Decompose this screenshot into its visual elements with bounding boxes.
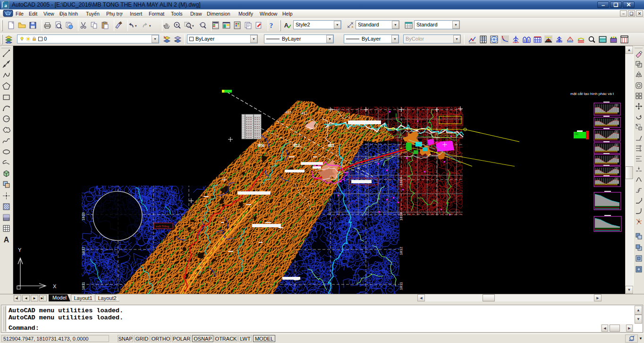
svg-text:mặt cắt tạo hình phác và t: mặt cắt tạo hình phác và t <box>570 92 614 96</box>
svg-text:?: ? <box>270 22 273 29</box>
svg-text:413: 413 <box>328 143 334 148</box>
svg-text:1811: 1811 <box>81 282 85 290</box>
svg-text:A: A <box>284 22 288 29</box>
svg-text:1814: 1814 <box>399 177 403 186</box>
svg-text:1813: 1813 <box>81 212 85 221</box>
svg-text:485: 485 <box>285 110 292 114</box>
svg-text:suối Trống: suối Trống <box>156 225 169 228</box>
svg-text:1813: 1813 <box>399 212 403 221</box>
svg-text:Y: Y <box>18 247 22 253</box>
svg-text:1811: 1811 <box>399 282 403 290</box>
svg-text:A: A <box>4 236 9 243</box>
svg-text:X: X <box>53 283 57 289</box>
svg-text:a: a <box>4 2 7 8</box>
svg-text:1812: 1812 <box>399 247 403 255</box>
svg-text:412: 412 <box>301 111 308 115</box>
svg-text:1812: 1812 <box>81 247 85 255</box>
svg-text:412: 412 <box>293 143 300 148</box>
svg-text:406: 406 <box>258 143 264 148</box>
